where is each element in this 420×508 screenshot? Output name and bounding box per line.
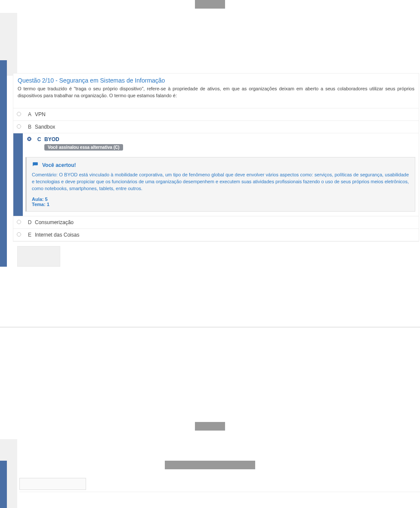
feedback-head-text: Você acertou! — [42, 162, 76, 168]
radio-cell-b[interactable] — [13, 121, 25, 132]
selected-indicator-strip — [13, 133, 23, 216]
option-letter: D — [25, 216, 35, 228]
option-text-inner: BYOD — [44, 136, 59, 142]
selected-badge: Você assinalou essa alternativa (C) — [44, 144, 123, 151]
option-row[interactable]: D Consumerização — [13, 216, 419, 228]
radio-cell-a[interactable] — [13, 108, 25, 120]
feedback-heading: Você acertou! — [32, 162, 409, 169]
option-text: VPN — [35, 108, 419, 120]
option-row-selected[interactable]: C BYOD Você assinalou essa alternativa (… — [13, 133, 419, 216]
decorative-bar-top — [195, 0, 225, 9]
decorative-bar-mid — [195, 422, 225, 431]
option-letter: C — [34, 133, 44, 145]
feedback-tema: Tema: 1 — [32, 202, 409, 207]
option-row[interactable]: A VPN — [13, 108, 419, 120]
comment-icon — [32, 162, 39, 169]
option-letter: E — [25, 229, 35, 241]
option-row[interactable]: B Sandbox — [13, 120, 419, 133]
placeholder-box — [19, 478, 86, 490]
option-text: Sandbox — [35, 121, 419, 133]
radio-icon-filled — [27, 137, 31, 141]
question-prompt: O termo que traduzido é "traga o seu pró… — [18, 86, 414, 99]
option-row[interactable]: E Internet das Coisas — [13, 228, 419, 241]
radio-icon — [17, 232, 21, 237]
radio-cell-c[interactable] — [25, 133, 34, 145]
options-list: A VPN B Sandbox C BYOD Você assinalou es… — [13, 108, 419, 241]
option-text: BYOD Você assinalou essa alternativa (C) — [44, 133, 419, 154]
radio-icon — [17, 220, 21, 224]
feedback-box: Você acertou! Comentário: O BYOD está vi… — [25, 157, 415, 212]
side-blue-strip — [0, 60, 7, 267]
decorative-bar-wide — [165, 461, 255, 469]
feedback-aula: Aula: 5 — [32, 197, 409, 202]
radio-cell-e[interactable] — [13, 229, 25, 240]
side-blue-strip-lower — [0, 461, 7, 508]
radio-icon — [17, 112, 21, 116]
option-letter: A — [25, 108, 35, 120]
question-title: Questão 2/10 - Segurança em Sistemas de … — [18, 77, 414, 84]
decorative-gray-box — [17, 246, 60, 267]
feedback-body: Comentário: O BYOD está vinculado à mobi… — [32, 172, 409, 192]
divider — [0, 327, 420, 327]
radio-cell-d[interactable] — [13, 216, 25, 228]
option-letter: B — [25, 121, 35, 133]
radio-icon — [17, 124, 21, 129]
option-text: Internet das Coisas — [35, 229, 419, 241]
question-card: Questão 2/10 - Segurança em Sistemas de … — [13, 73, 419, 242]
option-text: Consumerização — [35, 216, 419, 228]
